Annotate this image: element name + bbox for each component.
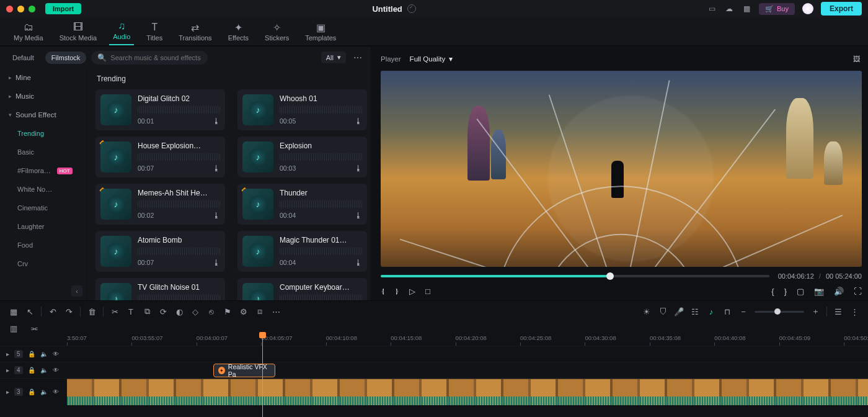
track-header[interactable]: ▸ 3 🔒 🔈 👁 [0,388,67,396]
sidebar-item-sound-effect[interactable]: ▾Sound Effect [0,105,86,124]
audio-card[interactable]: 🔶♪Thunder00:04⭳ [237,184,367,225]
audio-card[interactable]: ♪TV Glitch Noise 0100:01⭳ [95,278,225,300]
shield-icon[interactable]: ⛉ [658,307,668,316]
download-icon[interactable]: ⭳ [213,258,220,267]
mute-icon[interactable]: 🔈 [40,388,48,395]
text-tool-icon[interactable]: T [126,307,136,316]
sidebar-sub-item[interactable]: Cinematic [0,199,86,217]
crop-icon[interactable]: ⧉ [142,307,152,316]
playhead[interactable] [262,334,263,417]
snapshot-icon[interactable]: 📷 [814,287,824,296]
audio-card[interactable]: 🔶♪Memes-Ah Shit He…00:02⭳ [95,184,225,225]
sidebar-item-mine[interactable]: ▸Mine [0,68,86,87]
volume-icon[interactable]: 🔊 [834,287,844,296]
visibility-icon[interactable]: 👁 [53,367,59,374]
playhead-handle[interactable] [259,332,266,338]
download-icon[interactable]: ⭳ [355,258,362,267]
adjust-icon[interactable]: ⚙ [239,307,249,316]
mark-out-icon[interactable]: } [784,287,787,296]
layout-grid-icon[interactable]: ▦ [9,307,19,316]
group-icon[interactable]: ⧈ [255,307,265,316]
detach-audio-icon[interactable]: ⎋ [206,307,216,316]
sidebar-sub-item[interactable]: #Filmora…HOT [0,161,86,180]
apps-grid-icon[interactable]: ▦ [742,4,751,14]
lock-icon[interactable]: 🔒 [28,388,35,395]
sidebar-sub-item[interactable]: Food [0,236,86,254]
audio-card[interactable]: ♪Atomic Bomb00:07⭳ [95,231,225,272]
color-icon[interactable]: ◐ [174,307,184,316]
video-preview[interactable] [381,71,862,267]
audio-card[interactable]: ♪Whoosh 0100:05⭳ [237,89,367,130]
zoom-in-icon[interactable]: ＋ [810,306,820,317]
maximize-window-icon[interactable] [29,6,35,12]
select-tool-icon[interactable]: ↖ [25,307,35,316]
sidebar-item-music[interactable]: ▸Music [0,87,86,105]
audio-card[interactable]: ♪Digital Glitch 0200:01⭳ [95,89,225,130]
marker-icon[interactable]: ⚑ [223,307,232,316]
mute-icon[interactable]: 🔈 [40,351,48,357]
export-button[interactable]: Export [821,2,862,16]
zoom-slider-handle[interactable] [774,308,781,315]
source-pill-default[interactable]: Default [6,52,40,64]
download-icon[interactable]: ⭳ [355,164,362,173]
play-button[interactable]: ▷ [409,287,415,296]
display-mode-icon[interactable]: ▢ [797,287,804,296]
collapse-sidebar-button[interactable]: ‹ [71,285,82,297]
import-button[interactable]: Import [45,3,81,14]
lock-icon[interactable]: 🔒 [28,367,35,374]
source-pill-filmstock[interactable]: Filmstock [45,52,86,64]
zoom-slider[interactable] [755,311,804,313]
scrubber-handle[interactable] [606,272,614,280]
tab-stickers[interactable]: ✧Stickers [261,19,293,45]
close-window-icon[interactable] [6,6,13,12]
redo-icon[interactable]: ↷ [64,307,74,316]
audio-card[interactable]: ♪Magic Thunder 01…00:04⭳ [237,231,367,272]
render-icon[interactable]: ☀ [642,307,652,316]
more-menu-icon[interactable]: ⋯ [351,53,365,63]
undo-icon[interactable]: ↶ [48,307,58,316]
stop-button[interactable]: □ [425,287,430,296]
link-toggle-icon[interactable]: ⫘ [29,324,38,333]
track-body[interactable] [67,346,868,362]
download-icon[interactable]: ⭳ [355,117,362,125]
quality-dropdown[interactable]: Full Quality ▾ [410,55,453,63]
split-icon[interactable]: ✂ [110,307,120,316]
avatar[interactable] [802,3,813,14]
track-settings-icon[interactable]: ⋮ [849,307,859,316]
tab-audio[interactable]: ♫Audio [109,18,134,45]
sidebar-sub-item[interactable]: Trending [0,124,86,143]
track-list-icon[interactable]: ☰ [833,307,843,316]
clip-vfx[interactable]: ✦ Realistic VFX Pa [213,364,275,377]
tab-effects[interactable]: ✦Effects [224,19,252,45]
track-header[interactable]: ▸ 5 🔒 🔈 👁 [0,350,67,358]
audio-card[interactable]: ♪Computer Keyboar…00:17⭳ [237,278,367,300]
audio-tool-icon[interactable]: ♪ [706,307,716,316]
mixer-icon[interactable]: ☷ [690,307,700,316]
prev-frame-button[interactable]: ⦉ [381,287,385,296]
speed-icon[interactable]: ⟳ [158,307,168,316]
tab-transitions[interactable]: ⇄Transitions [175,19,215,45]
audio-card[interactable]: ♪Explosion00:03⭳ [237,137,367,177]
filter-dropdown[interactable]: All ▾ [321,52,346,63]
mute-icon[interactable]: 🔈 [40,367,48,374]
delete-icon[interactable]: 🗑 [87,307,97,316]
mic-icon[interactable]: 🎤 [674,307,684,316]
zoom-out-icon[interactable]: − [738,307,748,316]
tab-titles[interactable]: TTitles [143,19,166,45]
mark-in-icon[interactable]: { [771,287,774,296]
download-icon[interactable]: ⭳ [355,211,362,220]
magnet-icon[interactable]: ⊓ [722,307,732,316]
download-icon[interactable]: ⭳ [213,211,220,220]
cloud-icon[interactable]: ☁ [724,4,734,14]
download-icon[interactable]: ⭳ [213,117,220,125]
keyframe-icon[interactable]: ◇ [190,307,200,316]
sidebar-sub-item[interactable]: Basic [0,143,86,161]
tab-my-media[interactable]: 🗂My Media [10,19,47,45]
lock-icon[interactable]: 🔒 [28,351,35,357]
visibility-icon[interactable]: 👁 [53,388,59,395]
buy-button[interactable]: 🛒 Buy [759,3,795,15]
sidebar-sub-item[interactable]: Laughter [0,217,86,236]
track-body[interactable]: ✦ Realistic VFX Pa [67,362,868,378]
visibility-icon[interactable]: 👁 [53,351,59,357]
tab-templates[interactable]: ▣Templates [301,19,340,45]
